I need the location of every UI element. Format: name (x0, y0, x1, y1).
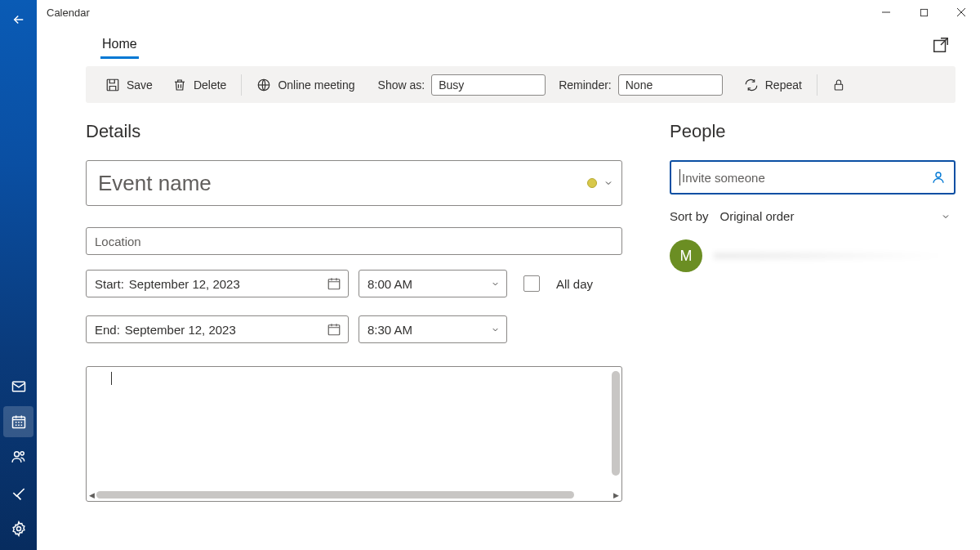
save-icon (105, 78, 120, 92)
gear-icon (11, 521, 27, 537)
minimize-button[interactable] (867, 0, 905, 25)
end-date-value: September 12, 2023 (125, 323, 236, 337)
contact-picker-button[interactable] (931, 170, 946, 185)
svg-rect-11 (328, 325, 340, 335)
sidebar-item-people[interactable] (0, 439, 37, 475)
reminder-label: Reminder: (546, 78, 618, 92)
scrollbar-thumb[interactable] (96, 491, 574, 499)
window-title: Calendar (47, 7, 90, 19)
scroll-right-icon[interactable]: ▶ (613, 491, 619, 499)
color-dropdown-button[interactable] (604, 178, 613, 188)
invite-input[interactable] (682, 171, 931, 185)
avatar: M (670, 239, 702, 272)
save-label: Save (127, 78, 153, 92)
text-cursor (679, 169, 680, 186)
event-name-input[interactable] (98, 171, 587, 196)
scrollbar-thumb[interactable] (612, 371, 620, 476)
online-meeting-label: Online meeting (278, 78, 354, 92)
text-cursor (111, 372, 112, 385)
sidebar-item-calendar[interactable] (3, 406, 33, 437)
people-panel: People Sort by Original order M (670, 121, 956, 502)
vertical-scrollbar[interactable] (612, 369, 620, 488)
svg-rect-5 (920, 9, 927, 16)
location-input[interactable] (95, 235, 613, 248)
end-row: End: September 12, 2023 8:30 AM (86, 315, 622, 343)
sidebar-item-mail[interactable] (0, 369, 37, 405)
mail-icon (11, 378, 27, 395)
event-name-field[interactable] (86, 160, 622, 206)
start-label: Start: (95, 277, 124, 291)
all-day-checkbox[interactable] (523, 275, 540, 292)
lock-icon (832, 78, 845, 92)
sort-by-select[interactable]: Original order (720, 209, 956, 223)
private-button[interactable] (822, 73, 855, 97)
details-heading: Details (86, 121, 622, 142)
show-as-value: Busy (439, 78, 464, 92)
description-field[interactable]: ◀ ▶ (86, 366, 622, 502)
delete-label: Delete (194, 78, 226, 92)
close-icon (956, 7, 966, 17)
attendee-row[interactable]: M (670, 239, 956, 272)
toolbar: Save Delete Online meeting Show as: Busy… (86, 66, 956, 103)
back-arrow-icon (11, 12, 26, 27)
sort-by-label: Sort by (670, 209, 709, 223)
svg-point-12 (936, 172, 941, 177)
svg-point-2 (14, 452, 19, 457)
close-button[interactable] (942, 0, 980, 25)
reminder-value: None (626, 78, 653, 92)
sidebar-item-todo[interactable] (0, 475, 37, 511)
start-date-value: September 12, 2023 (129, 277, 240, 291)
chevron-down-icon (491, 279, 500, 288)
app-sidebar (0, 0, 37, 550)
end-date-picker[interactable]: End: September 12, 2023 (86, 315, 349, 343)
tabs-row: Home (86, 29, 956, 61)
maximize-button[interactable] (905, 0, 942, 25)
save-button[interactable]: Save (96, 73, 163, 97)
repeat-icon (744, 78, 759, 92)
popout-icon (932, 36, 950, 54)
person-icon (931, 170, 946, 185)
content-area: Home Save Delete Online meeting Show as:… (37, 25, 980, 550)
toolbar-separator-2 (817, 74, 817, 96)
title-bar: Calendar (37, 0, 980, 25)
sidebar-item-settings[interactable] (0, 511, 37, 547)
sort-row: Sort by Original order (670, 209, 956, 223)
horizontal-scrollbar[interactable] (96, 491, 612, 499)
delete-button[interactable]: Delete (163, 73, 236, 97)
location-field[interactable] (86, 227, 622, 255)
invite-field[interactable] (670, 160, 956, 195)
back-button[interactable] (7, 8, 30, 31)
online-meeting-button[interactable]: Online meeting (247, 73, 364, 97)
maximize-icon (920, 8, 929, 17)
toolbar-separator (241, 74, 242, 96)
sort-by-value: Original order (720, 209, 795, 223)
globe-icon (256, 78, 271, 92)
tab-home[interactable]: Home (100, 32, 139, 59)
calendar-color-dot[interactable] (587, 178, 597, 188)
minimize-icon (881, 7, 891, 17)
people-heading: People (670, 121, 956, 142)
svg-rect-9 (835, 84, 842, 90)
calendar-icon (327, 276, 341, 291)
svg-point-4 (16, 527, 20, 531)
end-time-select[interactable]: 8:30 AM (359, 315, 507, 343)
start-time-select[interactable]: 8:00 AM (359, 270, 507, 297)
calendar-icon (327, 322, 341, 337)
reminder-select[interactable]: None (618, 74, 723, 96)
chevron-down-icon (604, 178, 613, 188)
check-icon (11, 485, 27, 501)
chevron-down-icon (941, 212, 951, 221)
attendee-name-redacted (714, 251, 956, 261)
svg-rect-7 (107, 79, 118, 91)
trash-icon (172, 78, 187, 92)
start-date-picker[interactable]: Start: September 12, 2023 (86, 270, 349, 297)
repeat-button[interactable]: Repeat (734, 73, 812, 97)
popout-button[interactable] (928, 32, 954, 58)
end-label: End: (95, 323, 120, 337)
show-as-select[interactable]: Busy (431, 74, 546, 96)
details-panel: Details Start: September 12, 2023 (86, 121, 622, 502)
all-day-label: All day (556, 277, 593, 291)
scroll-left-icon[interactable]: ◀ (89, 491, 95, 499)
people-icon (11, 449, 27, 465)
start-row: Start: September 12, 2023 8:00 AM All da… (86, 270, 622, 297)
